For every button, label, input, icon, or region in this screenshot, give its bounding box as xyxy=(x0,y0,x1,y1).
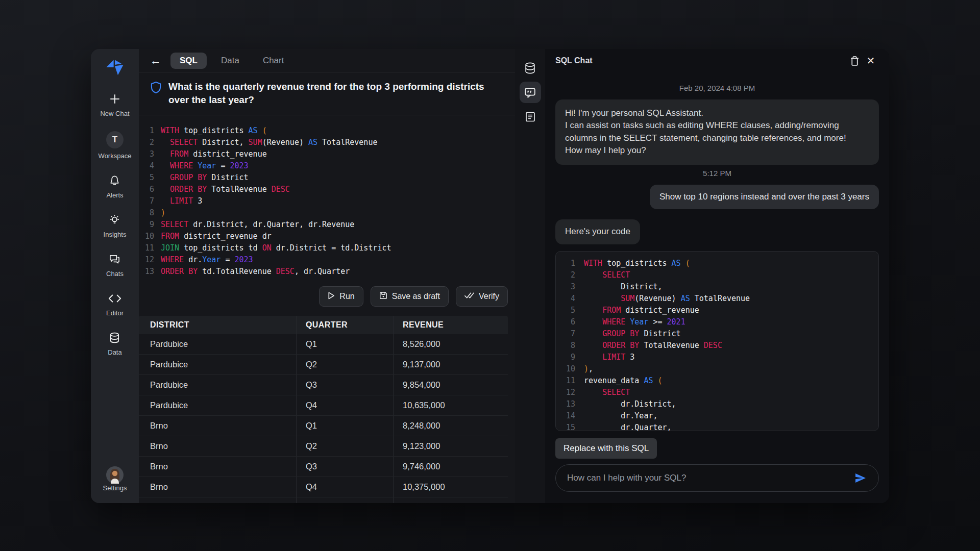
line-number: 12 xyxy=(139,255,154,264)
chats-icon xyxy=(108,252,121,266)
code-line: 10FROM district_revenue dr xyxy=(139,230,515,242)
table-cell: Pardubice xyxy=(150,334,296,354)
table-cell: Q2 xyxy=(296,355,393,374)
send-icon[interactable] xyxy=(852,469,869,487)
line-number: 1 xyxy=(563,259,575,268)
table-row: StrakoniceQ17,525,000 xyxy=(139,497,508,503)
sidebar-item-label: Settings xyxy=(103,484,127,492)
line-number: 7 xyxy=(563,329,575,338)
line-number: 14 xyxy=(563,411,575,420)
sidebar-item-label: New Chat xyxy=(100,110,129,117)
tab-sql[interactable]: SQL xyxy=(170,53,207,69)
table-cell: Pardubice xyxy=(150,375,296,395)
sidebar-item-alerts[interactable]: Alerts xyxy=(106,173,123,199)
lightbulb-icon xyxy=(108,213,121,227)
chat-header: SQL Chat ✕ xyxy=(545,49,889,72)
code-line: 13 dr.District, xyxy=(563,398,871,410)
replace-with-sql-button[interactable]: Replace with this SQL xyxy=(555,438,657,459)
sidebar-nav: New ChatTWorkspaceAlertsInsightsChatsEdi… xyxy=(99,92,132,370)
line-number: 3 xyxy=(563,282,575,291)
save-as-draft-button[interactable]: Save as draft xyxy=(371,286,449,307)
table-row: BrnoQ39,746,000 xyxy=(139,457,508,477)
column-header: REVENUE xyxy=(393,316,508,334)
sidebar-item-label: Alerts xyxy=(106,191,123,199)
code-line: 6 ORDER BY TotalRevenue DESC xyxy=(139,183,515,195)
verify-button[interactable]: Verify xyxy=(456,286,508,307)
run-button[interactable]: Run xyxy=(319,286,363,307)
editor-header: ← SQLDataChart xyxy=(139,49,515,72)
database-tab[interactable] xyxy=(520,57,541,79)
table-cell: Pardubice xyxy=(150,355,296,374)
code-line: 4 SUM(Revenue) AS TotalRevenue xyxy=(563,293,871,305)
table-cell: Brno xyxy=(150,457,296,477)
editor-tabs: SQLDataChart xyxy=(170,53,293,69)
sidebar-item-data[interactable]: Data xyxy=(108,331,121,356)
table-cell: 7,525,000 xyxy=(393,497,508,503)
line-number: 8 xyxy=(139,208,154,217)
sidebar-item-editor[interactable]: Editor xyxy=(106,291,124,317)
chat-panel: SQL Chat ✕ Feb 20, 2024 4:08 PM Hi! I'm … xyxy=(545,49,889,503)
question-text: What is the quarterly revenue trend for … xyxy=(168,80,504,107)
sidebar-item-label: Workspace xyxy=(99,152,132,160)
editor-actions: Run Save as draft Verify xyxy=(139,280,515,315)
shield-icon xyxy=(150,81,162,107)
plus-icon xyxy=(109,92,121,106)
tab-chart[interactable]: Chart xyxy=(254,53,293,69)
sidebar-item-label: Insights xyxy=(104,231,127,238)
table-cell: 8,248,000 xyxy=(393,416,508,436)
trash-icon[interactable] xyxy=(846,53,863,69)
sidebar-item-new-chat[interactable]: New Chat xyxy=(100,92,129,117)
code-line: 11revenue_data AS ( xyxy=(563,375,871,387)
line-number: 7 xyxy=(139,196,154,206)
chat-tab[interactable] xyxy=(520,82,541,103)
chat-title: SQL Chat xyxy=(555,56,593,65)
table-row: BrnoQ410,375,000 xyxy=(139,477,508,497)
code-line: 1WITH top_districts AS ( xyxy=(563,258,871,269)
line-number: 9 xyxy=(139,220,154,229)
line-number: 4 xyxy=(139,161,154,170)
tab-data[interactable]: Data xyxy=(212,53,249,69)
line-number: 6 xyxy=(563,317,575,327)
close-icon[interactable]: ✕ xyxy=(863,53,879,69)
line-number: 9 xyxy=(563,353,575,362)
chat-input[interactable] xyxy=(567,473,852,483)
chat-input-container xyxy=(555,464,879,492)
code-line: 8) xyxy=(139,207,515,218)
sidebar-item-insights[interactable]: Insights xyxy=(104,213,127,238)
code-line: 11JOIN top_districts td ON dr.District =… xyxy=(139,242,515,254)
line-number: 11 xyxy=(139,243,154,253)
table-row: BrnoQ29,123,000 xyxy=(139,436,508,457)
line-number: 12 xyxy=(563,388,575,397)
sidebar-item-chats[interactable]: Chats xyxy=(106,252,124,278)
sql-editor[interactable]: 1WITH top_districts AS (2 SELECT Distric… xyxy=(139,115,515,280)
table-cell: Q4 xyxy=(296,477,393,497)
code-intro-message: Here's your code xyxy=(555,219,640,244)
line-number: 4 xyxy=(563,294,575,303)
sidebar-item-label: Editor xyxy=(106,309,124,317)
code-line: 3 FROM district_revenue xyxy=(139,148,515,160)
results-table-header: DISTRICTQUARTERREVENUE xyxy=(139,316,508,334)
sidebar-item-settings[interactable]: Settings xyxy=(103,466,127,492)
table-cell: Q3 xyxy=(296,375,393,395)
suggested-sql-code[interactable]: 1WITH top_districts AS (2 SELECT3 Distri… xyxy=(555,251,879,431)
code-line: 2 SELECT xyxy=(563,269,871,281)
table-cell: 9,746,000 xyxy=(393,457,508,477)
workspace-t-icon: T xyxy=(106,131,124,148)
code-line: 1WITH top_districts AS ( xyxy=(139,124,515,136)
line-number: 15 xyxy=(563,423,575,431)
line-number: 2 xyxy=(139,138,154,147)
back-button[interactable]: ← xyxy=(150,55,161,66)
code-line: 5 FROM district_revenue xyxy=(563,305,871,316)
table-row: PardubiceQ18,526,000 xyxy=(139,334,508,355)
results-table-body[interactable]: PardubiceQ18,526,000PardubiceQ29,137,000… xyxy=(139,334,508,503)
sidebar-item-label: Chats xyxy=(106,270,124,278)
database-icon xyxy=(109,331,120,345)
sidebar-item-workspace[interactable]: TWorkspace xyxy=(99,131,132,160)
message-line: Hi! I'm your personal SQL Assistant. xyxy=(565,107,869,119)
table-row: PardubiceQ410,635,000 xyxy=(139,395,508,416)
table-cell: Pardubice xyxy=(150,395,296,415)
message-line: I can assist on tasks such as editing WH… xyxy=(565,119,869,144)
side-rail xyxy=(515,49,545,503)
log-tab[interactable] xyxy=(520,106,541,128)
chat-body[interactable]: Feb 20, 2024 4:08 PM Hi! I'm your person… xyxy=(545,72,889,503)
